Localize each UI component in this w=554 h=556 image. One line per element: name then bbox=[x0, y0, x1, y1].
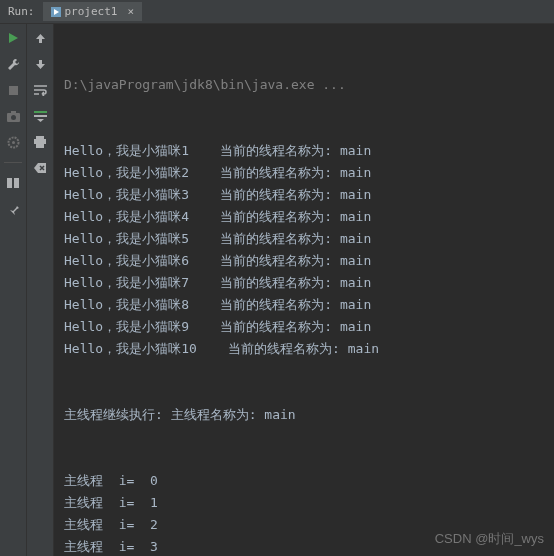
output-line: Hello，我是小猫咪3 当前的线程名称为: main bbox=[64, 184, 544, 206]
output-line: Hello，我是小猫咪4 当前的线程名称为: main bbox=[64, 206, 544, 228]
scroll-to-end-icon[interactable] bbox=[32, 108, 48, 124]
svg-rect-3 bbox=[11, 111, 16, 114]
arrow-down-icon[interactable] bbox=[32, 56, 48, 72]
svg-rect-10 bbox=[34, 115, 47, 117]
run-tool-header: Run: project1 × bbox=[0, 0, 554, 24]
wrench-icon[interactable] bbox=[5, 56, 21, 72]
svg-point-6 bbox=[12, 141, 15, 144]
output-line: Hello，我是小猫咪1 当前的线程名称为: main bbox=[64, 140, 544, 162]
console-toolbar bbox=[27, 24, 54, 556]
pin-icon[interactable] bbox=[5, 201, 21, 217]
tab-label: project1 bbox=[65, 5, 118, 18]
svg-rect-12 bbox=[34, 139, 46, 144]
output-line: Hello，我是小猫咪6 当前的线程名称为: main bbox=[64, 250, 544, 272]
svg-rect-8 bbox=[14, 178, 19, 188]
gear-icon[interactable] bbox=[5, 134, 21, 150]
svg-rect-9 bbox=[34, 111, 47, 113]
run-tab[interactable]: project1 × bbox=[43, 2, 143, 21]
rerun-icon[interactable] bbox=[5, 30, 21, 46]
output-line: 主线程 i= 0 bbox=[64, 470, 544, 492]
layout-icon[interactable] bbox=[5, 175, 21, 191]
output-line: Hello，我是小猫咪10 当前的线程名称为: main bbox=[64, 338, 544, 360]
output-line: Hello，我是小猫咪5 当前的线程名称为: main bbox=[64, 228, 544, 250]
command-line: D:\javaProgram\jdk8\bin\java.exe ... bbox=[64, 74, 544, 96]
svg-rect-1 bbox=[9, 86, 18, 95]
delete-icon[interactable] bbox=[32, 160, 48, 176]
separator bbox=[4, 162, 22, 163]
svg-rect-7 bbox=[7, 178, 12, 188]
run-toolbar bbox=[0, 24, 27, 556]
continue-line: 主线程继续执行: 主线程名称为: main bbox=[64, 404, 544, 426]
arrow-up-icon[interactable] bbox=[32, 30, 48, 46]
svg-rect-13 bbox=[36, 144, 44, 148]
soft-wrap-icon[interactable] bbox=[32, 82, 48, 98]
output-line: Hello，我是小猫咪7 当前的线程名称为: main bbox=[64, 272, 544, 294]
output-line: Hello，我是小猫咪9 当前的线程名称为: main bbox=[64, 316, 544, 338]
camera-icon[interactable] bbox=[5, 108, 21, 124]
console-output[interactable]: D:\javaProgram\jdk8\bin\java.exe ... Hel… bbox=[54, 24, 554, 556]
play-icon bbox=[51, 7, 61, 17]
close-icon[interactable]: × bbox=[127, 5, 134, 18]
output-line: Hello，我是小猫咪8 当前的线程名称为: main bbox=[64, 294, 544, 316]
svg-rect-11 bbox=[36, 136, 44, 139]
run-label: Run: bbox=[0, 5, 43, 18]
output-line: 主线程 i= 1 bbox=[64, 492, 544, 514]
output-line: Hello，我是小猫咪2 当前的线程名称为: main bbox=[64, 162, 544, 184]
watermark: CSDN @时间_wys bbox=[435, 530, 544, 548]
stop-icon[interactable] bbox=[5, 82, 21, 98]
print-icon[interactable] bbox=[32, 134, 48, 150]
svg-point-4 bbox=[11, 115, 16, 120]
